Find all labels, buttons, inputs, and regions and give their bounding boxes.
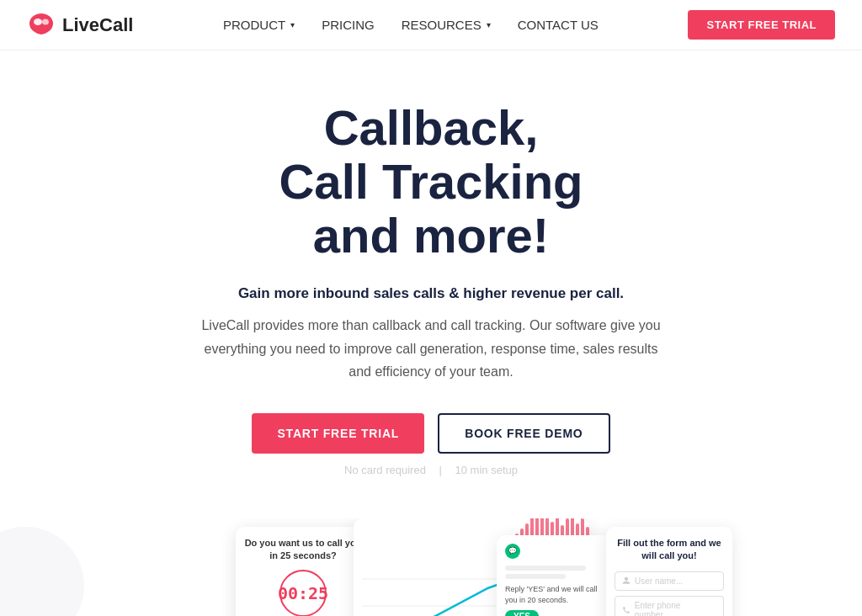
- yes-badge: YES: [505, 610, 539, 616]
- brand-name: LiveCall: [62, 14, 133, 36]
- form-phone-placeholder: Enter phone number...: [635, 601, 716, 616]
- sms-content-lines: [505, 566, 606, 579]
- name-placeholder: User name...: [635, 576, 683, 586]
- callback-widget-card: ✕ Do you want us to call you in 25 secon…: [236, 527, 370, 616]
- nav-item-pricing[interactable]: PRICING: [322, 18, 375, 32]
- svg-point-2: [42, 19, 49, 24]
- sms-chat-card: 💬 Reply 'YES' and we will call you in 20…: [497, 535, 615, 616]
- nav-links: PRODUCT ▾ PRICING RESOURCES ▾ CONTACT US: [223, 18, 599, 32]
- callback-timer: 00:25: [279, 570, 327, 616]
- hero-buttons: START FREE TRIAL BOOK FREE DEMO: [86, 413, 776, 454]
- nav-item-resources[interactable]: RESOURCES ▾: [402, 18, 491, 32]
- hero-title: Callback, Call Tracking and more!: [86, 101, 776, 262]
- nav-item-contact[interactable]: CONTACT US: [518, 18, 599, 32]
- nav-cta-button[interactable]: START FREE TRIAL: [688, 10, 835, 40]
- sms-header: 💬: [505, 544, 606, 559]
- svg-point-1: [34, 19, 42, 25]
- chat-icon: 💬: [505, 544, 520, 559]
- phone-field[interactable]: Enter phone number...: [615, 596, 724, 616]
- hero-description: LiveCall provides more than callback and…: [195, 314, 667, 383]
- nav-item-product[interactable]: PRODUCT ▾: [223, 18, 295, 32]
- callback-question: Do you want us to call you in 25 seconds…: [244, 537, 362, 563]
- name-field[interactable]: User name...: [615, 571, 724, 591]
- sms-message: Reply 'YES' and we will call you in 20 s…: [505, 584, 606, 605]
- preview-section: ✕ Do you want us to call you in 25 secon…: [0, 518, 862, 616]
- hero-subtitle: Gain more inbound sales calls & higher r…: [86, 285, 776, 302]
- chevron-down-icon: ▾: [487, 20, 491, 29]
- brand-logo[interactable]: LiveCall: [27, 11, 133, 40]
- book-demo-button[interactable]: BOOK FREE DEMO: [438, 413, 609, 454]
- navbar: LiveCall PRODUCT ▾ PRICING RESOURCES ▾ C…: [0, 0, 862, 50]
- hero-note: No card required | 10 min setup: [86, 464, 776, 476]
- chevron-down-icon: ▾: [290, 20, 295, 29]
- start-trial-button[interactable]: START FREE TRIAL: [252, 413, 424, 454]
- deco-circle: [0, 527, 84, 616]
- logo-icon: [27, 11, 56, 40]
- form-card: Fill out the form and we will call you! …: [606, 527, 732, 616]
- form-title: Fill out the form and we will call you!: [615, 537, 724, 563]
- hero-section: Callback, Call Tracking and more! Gain m…: [69, 50, 793, 493]
